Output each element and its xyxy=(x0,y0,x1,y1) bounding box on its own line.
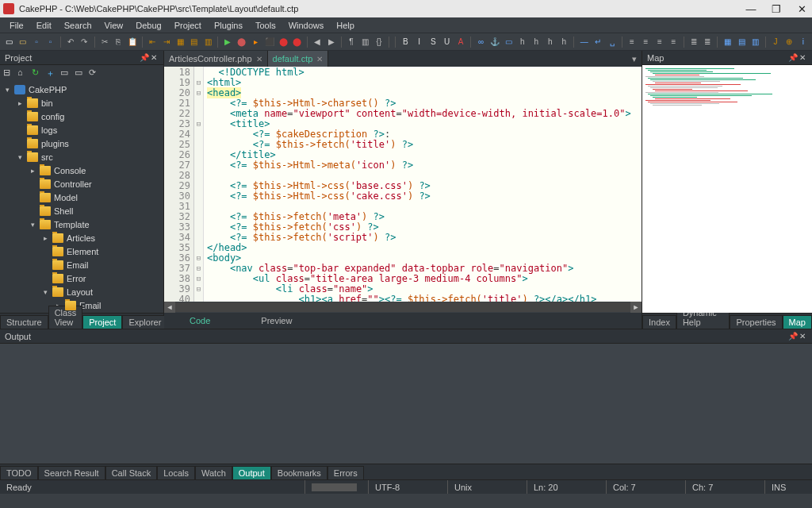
align-l-icon[interactable]: ≡ xyxy=(626,36,638,48)
expand-icon[interactable]: ▸ xyxy=(16,99,24,107)
row-icon[interactable]: ▤ xyxy=(736,36,747,48)
expand-icon[interactable]: ▸ xyxy=(29,167,36,175)
new-file-icon[interactable]: ▭ xyxy=(3,36,14,48)
align-r-icon[interactable]: ≡ xyxy=(654,36,665,48)
tree-item[interactable]: Model xyxy=(0,190,163,204)
pin-icon[interactable]: 📌 xyxy=(788,332,798,341)
debug-icon[interactable]: ⬤ xyxy=(236,36,247,48)
close-icon[interactable]: ✕ xyxy=(149,53,159,62)
redo-icon[interactable]: ↷ xyxy=(79,36,90,48)
php-p-icon[interactable]: ⊕ xyxy=(783,36,795,48)
col-icon[interactable]: ▥ xyxy=(749,36,760,48)
record-icon[interactable]: ⬤ xyxy=(291,36,302,48)
editor-view-preview[interactable]: Preview xyxy=(251,314,301,327)
minimize-button[interactable]: — xyxy=(744,3,758,15)
copy-icon[interactable]: ⎘ xyxy=(113,36,124,48)
menu-edit[interactable]: Edit xyxy=(30,19,58,32)
tree-item[interactable]: Element xyxy=(0,244,163,258)
tree-item[interactable]: Error xyxy=(0,271,163,285)
output-tab-errors[interactable]: Errors xyxy=(327,466,364,479)
refresh-icon[interactable]: ↻ xyxy=(32,67,43,79)
underline-icon[interactable]: U xyxy=(441,36,452,48)
project-tab-structure[interactable]: Structure xyxy=(0,315,48,329)
save-all-icon[interactable]: ▫ xyxy=(44,36,56,48)
step-icon[interactable]: ▸ xyxy=(250,36,261,48)
toggle2-icon[interactable]: ▤ xyxy=(188,36,199,48)
nav-back-icon[interactable]: ◀ xyxy=(312,36,323,48)
project-tree[interactable]: ▾CakePHP▸binconfiglogsplugins▾src▸Consol… xyxy=(0,81,163,313)
link-icon[interactable]: ∞ xyxy=(475,36,486,48)
stop-icon[interactable]: ⬛ xyxy=(264,36,275,48)
fold-column[interactable]: ⊟⊟⊟⊟⊟⊟⊟ xyxy=(194,67,204,302)
tab-menu-icon[interactable]: ▾ xyxy=(627,54,642,64)
tree-item[interactable]: plugins xyxy=(0,137,163,150)
align-j-icon[interactable]: ≡ xyxy=(668,36,679,48)
output-tab-output[interactable]: Output xyxy=(232,466,271,479)
menu-windows[interactable]: Windows xyxy=(282,19,331,32)
strike-icon[interactable]: S xyxy=(427,36,439,48)
scroll-track[interactable] xyxy=(175,302,630,312)
tree-item[interactable]: config xyxy=(0,110,163,123)
paste-icon[interactable]: 📋 xyxy=(127,36,138,48)
pin-icon[interactable]: 📌 xyxy=(788,53,798,62)
menu-search[interactable]: Search xyxy=(58,19,98,32)
toggle3-icon[interactable]: ▥ xyxy=(202,36,213,48)
cut-icon[interactable]: ✂ xyxy=(99,36,110,48)
nav-fwd-icon[interactable]: ▶ xyxy=(325,36,336,48)
expand-icon[interactable]: ▾ xyxy=(16,153,24,161)
table-icon[interactable]: ▦ xyxy=(722,36,733,48)
output-tab-call-stack[interactable]: Call Stack xyxy=(105,466,158,479)
project-tab-project[interactable]: Project xyxy=(82,315,122,329)
status-encoding[interactable]: UTF-8 xyxy=(368,480,447,494)
tree-item[interactable]: Shell xyxy=(0,204,163,217)
project-tab-explorer[interactable]: Explorer xyxy=(122,315,167,329)
close-icon[interactable]: ✕ xyxy=(798,332,807,341)
map-tab-index[interactable]: Index xyxy=(642,315,676,329)
h1-icon[interactable]: h xyxy=(517,36,528,48)
expand-icon[interactable]: ▾ xyxy=(41,288,49,296)
undo-icon[interactable]: ↶ xyxy=(65,36,76,48)
close-icon[interactable]: ✕ xyxy=(798,53,807,62)
toggle1-icon[interactable]: ▦ xyxy=(174,36,186,48)
tree-item[interactable]: ▾Template xyxy=(0,217,163,231)
menu-plugins[interactable]: Plugins xyxy=(208,19,249,32)
tree-item[interactable]: ▸Console xyxy=(0,164,163,177)
menu-debug[interactable]: Debug xyxy=(129,19,167,32)
tab-close-icon[interactable]: ✕ xyxy=(316,55,323,64)
status-line[interactable]: Ln: 20 xyxy=(527,480,606,494)
list-ul-icon[interactable]: ≣ xyxy=(688,36,699,48)
brackets-icon[interactable]: {} xyxy=(373,36,385,48)
expand-icon[interactable]: ▾ xyxy=(3,86,11,94)
scroll-left-icon[interactable]: ◄ xyxy=(164,302,175,313)
anchor-icon[interactable]: ⚓ xyxy=(489,36,500,48)
add-icon[interactable]: ＋ xyxy=(46,67,57,79)
h4-icon[interactable]: h xyxy=(558,36,569,48)
code-lines[interactable]: <!DOCTYPE html><html><head> <?= $this->H… xyxy=(204,67,642,302)
h2-icon[interactable]: h xyxy=(530,36,542,48)
output-tab-search-result[interactable]: Search Result xyxy=(38,466,105,479)
image-icon[interactable]: ▭ xyxy=(503,36,514,48)
map-tab-properties[interactable]: Properties xyxy=(730,315,782,329)
hr-icon[interactable]: — xyxy=(578,36,589,48)
list-ol-icon[interactable]: ≣ xyxy=(702,36,713,48)
run-icon[interactable]: ▶ xyxy=(222,36,233,48)
horizontal-scrollbar[interactable]: ◄ ► xyxy=(164,302,642,313)
collapse-icon[interactable]: ⊟ xyxy=(3,67,14,79)
editor-tab[interactable]: default.ctp✕ xyxy=(268,51,329,67)
align-c-icon[interactable]: ≡ xyxy=(640,36,651,48)
bold-icon[interactable]: B xyxy=(400,36,411,48)
save-icon[interactable]: ▫ xyxy=(31,36,42,48)
home-icon[interactable]: ⌂ xyxy=(17,67,29,79)
expand-icon[interactable]: ▸ xyxy=(41,234,49,242)
close-button[interactable]: ✕ xyxy=(795,3,809,15)
tree-item[interactable]: ▸Articles xyxy=(0,231,163,244)
editor-tab[interactable]: ArticlesController.php✕ xyxy=(164,51,268,67)
menu-project[interactable]: Project xyxy=(168,19,208,32)
open-icon[interactable]: ▭ xyxy=(17,36,28,48)
para-icon[interactable]: ¶ xyxy=(346,36,357,48)
font-color-icon[interactable]: A xyxy=(455,36,466,48)
indent-l-icon[interactable]: ⇤ xyxy=(147,36,158,48)
cols-icon[interactable]: ▥ xyxy=(359,36,370,48)
indent-r-icon[interactable]: ⇥ xyxy=(160,36,171,48)
tree-item[interactable]: ▾src xyxy=(0,150,163,164)
